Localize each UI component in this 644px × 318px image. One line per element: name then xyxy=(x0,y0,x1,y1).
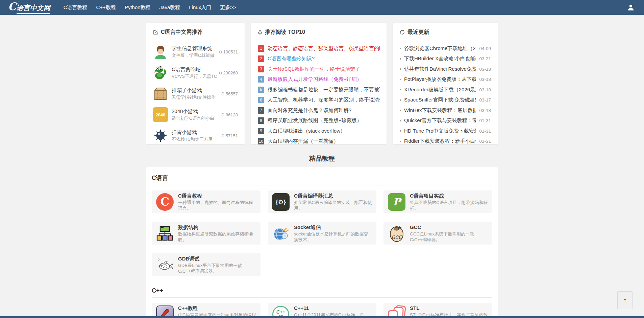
card-title: GCC xyxy=(410,224,488,230)
list-item[interactable]: XRecorder破解版下载（2026最新中 03-18 xyxy=(400,85,491,95)
date: 01-31 xyxy=(479,139,491,144)
section-title-cpp: C++ xyxy=(152,284,492,298)
date: 03-18 xyxy=(479,67,491,72)
article-link: 程序员职业发展路线图（完整版+珍藏版） xyxy=(268,117,362,124)
article-link: Fiddler下载安装教程：新手小白也能 xyxy=(404,138,476,144)
flame-icon xyxy=(219,49,222,54)
list-item[interactable]: 6 人工智能、机器学习、深度学习的区别，终于说清楚了 xyxy=(258,95,380,106)
rank-badge: 1 xyxy=(258,45,264,52)
article-link: PotPlayer播放器免费版：从下载安 xyxy=(404,76,476,83)
card-c-compilers[interactable]: {⚙} C语言编译器汇总 介绍常见C语言编译器的安装、配置和使用。 xyxy=(268,190,376,213)
card-desc: GDB是Linux平台下最常用的一款C/C++程序调试器。 xyxy=(178,263,256,274)
card-gcc[interactable]: GCC GCC GCC是Linux系统下最常用的一款C/C++编译器。 xyxy=(383,222,492,245)
snake-icon xyxy=(153,65,168,80)
nav-item-linux-intro[interactable]: Linux入门 xyxy=(184,0,216,15)
item-title: 推箱子小游戏 xyxy=(172,87,221,93)
list-item[interactable]: 3 关于NoSQL数据库的一切，终于说清楚了 xyxy=(258,64,380,74)
svg-text:GCC: GCC xyxy=(392,235,402,240)
article-link: 谷歌浏览器Chrome下载地址（2026 xyxy=(404,45,476,52)
list-item[interactable]: SpaceSniffer官网下载|免费磁盘空间 03-17 xyxy=(400,95,491,106)
nav-item-python-tutorial[interactable]: Python教程 xyxy=(120,0,155,15)
date: 03-18 xyxy=(479,87,491,92)
bullet xyxy=(400,89,401,90)
list-item[interactable]: 2 C语言有哪些冷知识? xyxy=(258,54,380,64)
card-title: C语言编译器汇总 xyxy=(294,192,372,199)
rank-badge: 3 xyxy=(258,66,264,72)
logo-text: 语言中文网 xyxy=(17,3,50,14)
recent-list: 谷歌浏览器Chrome下载地址（2026 04-09 下载HBuilder X全… xyxy=(400,40,491,146)
list-item[interactable]: 9 大白话聊栈溢出（stack overflow） xyxy=(258,126,380,136)
item-title: C语言贪吃蛇 xyxy=(172,66,219,72)
list-item[interactable]: Quicker官方下载与安装教程：零基 01-31 xyxy=(400,116,491,126)
card-desc: socket通信技术是计算机之间的数据交换技术。 xyxy=(294,231,372,243)
article-link: 大白话聊内存泄漏（一看就懂） xyxy=(268,138,339,144)
list-item[interactable]: 谷歌浏览器Chrome下载地址（2026 04-09 xyxy=(400,43,491,54)
list-item[interactable]: 1 动态语言、静态语言、强类型语言、弱类型语言的区别 xyxy=(258,43,380,54)
card-data-structure[interactable]: 数据结构 数据结构重点研究数据的高效存储和读取。 xyxy=(152,222,261,245)
article-link: 面向对象究竟是什么鬼？该如何理解? xyxy=(268,107,351,114)
list-item[interactable]: 达芬奇软件DaVinci Resolve免费下 03-18 xyxy=(400,64,491,74)
article-link: 人工智能、机器学习、深度学习的区别，终于说清楚了 xyxy=(268,97,380,103)
date: 01-31 xyxy=(479,129,491,134)
list-item[interactable]: PotPlayer播放器免费版：从下载安 03-18 xyxy=(400,74,491,85)
c-circle-icon: C xyxy=(156,193,174,211)
list-item[interactable]: 下载HBuilder X全攻略:小白也能轻松 03-21 xyxy=(400,54,491,64)
card-desc: 经典不烧脑的C语言项目，附带源码和解析。 xyxy=(410,200,488,211)
rank-badge: 4 xyxy=(258,76,264,83)
card-c-projects[interactable]: P C语言项目实战 经典不烧脑的C语言项目，附带源码和解析。 xyxy=(383,190,492,213)
card-stl[interactable]: STL STL STL是C++标准模板库，实现了常见的数据结构和算法。 xyxy=(383,303,492,318)
list-item[interactable]: C语言贪吃蛇 VC/VS下运行，无需TC 230260 xyxy=(153,62,238,83)
list-item[interactable]: WinHex下载安装教程：底层数据编 03-18 xyxy=(400,105,491,116)
globe-socket-icon xyxy=(272,225,290,242)
item-title: 2048小游戏 xyxy=(172,108,221,114)
list-item[interactable]: 2048 2048小游戏 适合初学C语言的小白 86128 xyxy=(153,104,238,125)
nav-item-java-tutorial[interactable]: Java教程 xyxy=(155,0,185,15)
like-count: 56557 xyxy=(221,91,238,96)
article-link: 最新版嵌入式开发学习路线（免费+详细） xyxy=(268,76,362,83)
list-item[interactable]: 5 很多编程书籍都是垃圾，一定要擦亮眼睛，不要被误导！ xyxy=(258,85,380,95)
nav-item-cpp-tutorial[interactable]: C++教程 xyxy=(92,0,120,15)
item-desc: 无需学指针和文件操作 xyxy=(172,94,221,100)
card-title: STL xyxy=(410,305,488,311)
site-logo[interactable]: C语言中文网 xyxy=(8,1,50,14)
flame-icon xyxy=(221,91,225,96)
article-link: 很多编程书籍都是垃圾，一定要擦亮眼睛，不要被误导！ xyxy=(268,87,380,93)
bullet xyxy=(400,79,401,80)
list-item[interactable]: Fiddler下载安装教程：新手小白也能 01-31 xyxy=(400,136,491,147)
logo-c: C xyxy=(8,1,17,12)
nav-menu: C语言教程 C++教程 Python教程 Java教程 Linux入门 更多>> xyxy=(59,0,241,15)
list-item[interactable]: 8 程序员职业发展路线图（完整版+珍藏版） xyxy=(258,116,380,126)
nav-item-more[interactable]: 更多>> xyxy=(216,0,241,15)
top10-list: 1 动态语言、静态语言、强类型语言、弱类型语言的区别 2 C语言有哪些冷知识? … xyxy=(258,40,380,146)
rank-badge: 7 xyxy=(258,107,264,114)
list-item[interactable]: 4 最新版嵌入式开发学习路线（免费+详细） xyxy=(258,74,380,85)
list-item[interactable]: 7 面向对象究竟是什么鬼？该如何理解? xyxy=(258,105,380,116)
list-item[interactable]: 推箱子小游戏 无需学指针和文件操作 56557 xyxy=(153,83,238,104)
list-item[interactable]: 学生信息管理系统 文件版，学完C就能做 108531 xyxy=(153,41,238,62)
footer-strip xyxy=(0,316,644,318)
nav-item-c-tutorial[interactable]: C语言教程 xyxy=(59,0,92,15)
scroll-to-top-button[interactable]: ↑ xyxy=(617,291,633,309)
user-account-button[interactable] xyxy=(627,4,644,11)
article-link: 关于NoSQL数据库的一切，终于说清楚了 xyxy=(268,66,360,72)
bullet xyxy=(400,120,401,121)
card-title: C++11 xyxy=(294,305,372,311)
card-c-tutorial[interactable]: C C语言教程 一种通用的、高效的、面向过程的编程语言。 xyxy=(152,190,261,213)
card-socket[interactable]: Socket通信 socket通信技术是计算机之间的数据交换技术。 xyxy=(268,222,376,245)
list-item[interactable]: 扫雷小游戏 不依赖TC和第三方库 57151 xyxy=(153,125,238,146)
recent-panel-title: 最近更新 xyxy=(407,29,429,36)
crate-icon xyxy=(153,86,168,101)
list-item[interactable]: HD Tune Pro中文版免费下载安装与 01-31 xyxy=(400,126,491,136)
like-count: 57151 xyxy=(221,133,238,138)
card-desc: 一种通用的、高效的、面向过程的编程语言。 xyxy=(178,200,256,211)
card-cpp11[interactable]: C++ 11 C++11 C++11是2011年发布的C++标准，是C++的一次… xyxy=(268,303,376,318)
item-desc: VC/VS下运行，无需TC xyxy=(172,73,219,80)
card-gdb[interactable]: GDB调试 GDB是Linux平台下最常用的一款C/C++程序调试器。 xyxy=(152,253,261,276)
gcc-egg-icon: GCC xyxy=(388,225,405,242)
card-title: C语言项目实战 xyxy=(410,192,488,199)
card-cpp-tutorial[interactable]: C++ C++教程 由C语言发展而来的一种面向对象的编程语言。 xyxy=(152,303,261,318)
card-title: Socket通信 xyxy=(294,224,372,230)
list-item[interactable]: 10 大白话聊内存泄漏（一看就懂） xyxy=(258,136,380,147)
bullet xyxy=(400,68,401,70)
article-link: WinHex下载安装教程：底层数据编 xyxy=(404,107,476,114)
